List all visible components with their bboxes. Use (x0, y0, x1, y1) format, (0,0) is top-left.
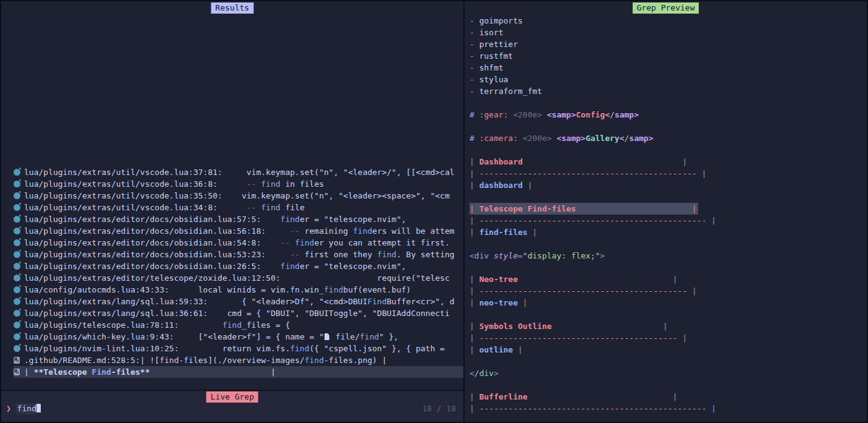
markdown-file-icon (14, 356, 24, 364)
preview-line: | find-files | (470, 226, 867, 238)
preview-highlight-line: | Telescope Find-files | (470, 203, 867, 215)
result-counter: 18 / 18 (422, 403, 456, 414)
preview-line: | --------------------------------------… (470, 168, 867, 179)
result-row[interactable]: lua/plugins/extras/lang/sql.lua:36:61: c… (14, 307, 463, 319)
preview-line (470, 144, 867, 156)
results-title-badge: Results (211, 2, 254, 14)
preview-line: | --------------------------------------… (470, 285, 867, 297)
preview-line: | dashboard | (470, 179, 867, 191)
results-list: lua/plugins/extras/util/vscode.lua:37:81… (1, 1, 463, 390)
preview-line (470, 309, 867, 320)
prompt-query-text: find (16, 403, 36, 414)
result-row[interactable]: lua/plugins/extras/editor/docs/obsidian.… (14, 225, 463, 237)
text-cursor (36, 404, 41, 412)
live-grep-title-badge: Live Grep (206, 391, 258, 403)
lua-file-icon (14, 215, 24, 223)
preview-line (470, 97, 867, 109)
prompt-input[interactable]: ❯ find (6, 403, 41, 414)
result-row[interactable]: lua/plugins/extras/editor/docs/obsidian.… (14, 237, 463, 249)
preview-line: | neo-tree | (470, 297, 867, 309)
result-row[interactable]: lua/plugins/extras/editor/docs/obsidian.… (14, 213, 463, 225)
lua-file-icon (14, 309, 24, 317)
lua-file-icon (14, 250, 24, 258)
result-row[interactable]: lua/plugins/extras/util/vscode.lua:36:8:… (14, 178, 463, 190)
results-panel: Results lua/plugins/extras/util/vscode.l… (1, 1, 465, 422)
preview-line: </div> (470, 367, 867, 379)
lua-file-icon (14, 297, 24, 306)
preview-line: - terraform_fmt (470, 85, 867, 97)
preview-line: <div style="display: flex;"> (470, 250, 867, 262)
result-row[interactable]: lua/plugins/extras/util/vscode.lua:35:50… (14, 190, 463, 202)
result-row-selected[interactable]: ▸| **Telescope Find-files** | (14, 366, 463, 378)
result-row[interactable]: lua/plugins/extras/editor/docs/obsidian.… (14, 249, 463, 260)
lua-file-icon (14, 226, 24, 235)
result-row[interactable]: lua/plugins/which-key.lua:9:43: ["<leade… (14, 331, 463, 343)
preview-line: | Symbols Outline | (470, 320, 867, 332)
lua-file-icon (14, 344, 24, 352)
markdown-file-icon (14, 367, 24, 376)
lua-file-icon (14, 332, 24, 341)
preview-line (470, 262, 867, 273)
preview-line: | --------------------------------------… (470, 215, 867, 226)
lua-file-icon (14, 262, 24, 270)
result-row[interactable]: lua/plugins/telescope.lua:78:11: find_fi… (14, 319, 463, 331)
preview-content: - goimports- isort- prettier- rustfmt- s… (465, 1, 867, 414)
preview-line (470, 238, 867, 250)
preview-line: - isort (470, 27, 867, 38)
result-row[interactable]: lua/config/autocmds.lua:43:33: local win… (14, 284, 463, 296)
preview-line: | outline | (470, 344, 867, 356)
preview-line: - stylua (470, 74, 867, 85)
prompt-chevron-icon: ❯ (6, 404, 11, 413)
telescope-live-grep-window: Results lua/plugins/extras/util/vscode.l… (0, 0, 868, 423)
preview-line: # :gear: <200e> <samp>Config</samp> (470, 109, 867, 121)
preview-line (470, 356, 867, 367)
preview-line: | Bufferline | (470, 391, 867, 403)
lua-file-icon (14, 191, 24, 200)
lua-file-icon (14, 238, 24, 247)
preview-line (470, 379, 867, 391)
lua-file-icon (14, 320, 24, 329)
result-row[interactable]: lua/plugins/extras/util/vscode.lua:34:8:… (14, 202, 463, 213)
lua-file-icon (14, 285, 24, 294)
result-row[interactable]: lua/plugins/extras/lang/sql.lua:59:33: {… (14, 296, 463, 307)
preview-line: - rustfmt (470, 50, 867, 62)
preview-line: - prettier (470, 38, 867, 50)
result-row[interactable]: lua/plugins/nvim-lint.lua:10:25: return … (14, 343, 463, 354)
preview-line: | Dashboard | (470, 156, 867, 168)
grep-preview-title-badge: Grep Preview (633, 2, 699, 14)
preview-line: | --------------------------------------… (470, 332, 867, 344)
preview-line: # :camera: <200e> <samp>Gallery</samp> (470, 132, 867, 144)
file-icon (324, 333, 329, 340)
preview-line (470, 191, 867, 203)
preview-panel: Grep Preview - goimports- isort- prettie… (465, 1, 867, 422)
prompt-panel: Live Grep ❯ find 18 / 18 (1, 390, 463, 422)
lua-file-icon (14, 168, 24, 176)
preview-line: - goimports (470, 15, 867, 27)
lua-file-icon (14, 273, 24, 282)
lua-file-icon (14, 179, 24, 188)
result-row[interactable]: lua/plugins/extras/editor/docs/obsidian.… (14, 260, 463, 272)
result-row[interactable]: .github/README.md:528:5:| ![find-files](… (14, 354, 463, 366)
preview-line: | Neo-tree | (470, 273, 867, 285)
preview-line: | --------------------------------------… (470, 403, 867, 414)
result-row[interactable]: lua/plugins/extras/util/vscode.lua:37:81… (14, 166, 463, 178)
result-row[interactable]: lua/plugins/extras/editor/telescope/zoxi… (14, 272, 463, 284)
preview-line: - shfmt (470, 62, 867, 74)
lua-file-icon (14, 203, 24, 212)
preview-line (470, 121, 867, 132)
